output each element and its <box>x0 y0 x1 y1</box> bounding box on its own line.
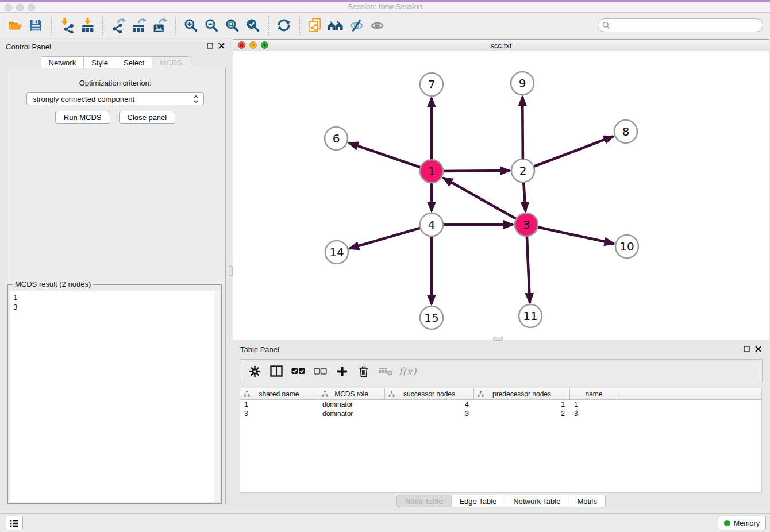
delete-column-icon[interactable] <box>355 362 373 380</box>
control-panel: Control Panel NetworkStyleSelectMCDS Opt… <box>0 39 230 508</box>
graph-node-1[interactable]: 1 <box>420 160 443 183</box>
graph-edge-2-8[interactable] <box>523 136 614 171</box>
network-canvas[interactable]: 7968124314101511 <box>233 51 769 340</box>
svg-text:10: 10 <box>619 240 634 253</box>
tab-motifs[interactable]: Motifs <box>568 495 605 507</box>
graph-node-11[interactable]: 11 <box>519 304 542 327</box>
mcds-result-item[interactable]: 3 <box>10 302 220 312</box>
select-all-icon[interactable] <box>289 362 307 380</box>
hide-selected-icon[interactable] <box>346 15 367 36</box>
table-settings-icon[interactable] <box>245 362 264 380</box>
column-header-successor-nodes[interactable]: successor nodes <box>385 388 474 399</box>
splitter-grip-horizontal[interactable] <box>493 337 503 341</box>
graph-node-4[interactable]: 4 <box>420 213 443 236</box>
network-window-titlebar[interactable]: scc.txt <box>233 40 769 51</box>
graph-edge-4-14[interactable] <box>349 225 432 249</box>
table-cell[interactable]: 1 <box>474 400 570 409</box>
node-table: shared nameMCDS rolesuccessor nodesprede… <box>240 388 762 493</box>
apply-layout-icon[interactable] <box>274 15 294 36</box>
table-cell[interactable]: 3 <box>570 409 618 418</box>
close-panel-button[interactable]: Close panel <box>119 111 176 124</box>
column-header-name[interactable]: name <box>570 388 618 399</box>
graph-node-10[interactable]: 10 <box>615 235 638 258</box>
graph-edge-3-10[interactable] <box>526 225 614 244</box>
tab-network[interactable]: Network <box>41 57 83 68</box>
tab-network-table[interactable]: Network Table <box>505 495 568 507</box>
tab-mcds[interactable]: MCDS <box>152 57 189 68</box>
clone-network-icon[interactable] <box>305 15 325 36</box>
mcds-result-group: MCDS result (2 nodes) 13 <box>7 284 222 504</box>
toolbar-separator <box>102 16 103 35</box>
criterion-value: strongly connected component <box>33 95 134 103</box>
scrollbar-track[interactable] <box>214 291 220 502</box>
save-session-icon[interactable] <box>25 15 46 36</box>
search-input[interactable] <box>598 18 763 32</box>
table-panel-title: Table Panel <box>240 345 279 354</box>
deselect-all-icon[interactable] <box>311 362 329 380</box>
import-network-icon[interactable] <box>56 15 77 36</box>
table-row[interactable]: 1dominator411 <box>240 400 761 409</box>
zoom-in-icon[interactable] <box>180 15 201 36</box>
export-image-icon[interactable] <box>149 15 170 36</box>
window-title: Session: New Session <box>0 2 770 11</box>
table-cell[interactable]: 3 <box>385 409 474 418</box>
show-columns-icon[interactable] <box>267 362 286 380</box>
graph-node-3[interactable]: 3 <box>515 213 538 236</box>
control-panel-title: Control Panel <box>6 43 51 51</box>
table-cell[interactable]: 1 <box>240 400 318 409</box>
export-network-icon[interactable] <box>108 15 129 36</box>
toolbar-separator <box>299 16 300 35</box>
tab-node-table[interactable]: Node Table <box>397 495 451 507</box>
mcds-result-list[interactable]: 13 <box>10 291 220 502</box>
criterion-select[interactable]: strongly connected component <box>26 92 204 105</box>
workspace: Control Panel NetworkStyleSelectMCDS Opt… <box>0 38 770 513</box>
column-header-shared-name[interactable]: shared name <box>240 388 318 399</box>
graph-edge-3-1[interactable] <box>443 178 526 225</box>
status-bar: Memory <box>0 513 770 532</box>
splitter-grip-vertical[interactable] <box>229 266 233 276</box>
close-panel-icon[interactable] <box>218 43 225 49</box>
table-cell[interactable]: dominator <box>318 409 385 418</box>
table-type-tabs: Node TableEdge TableNetwork TableMotifs <box>396 495 606 507</box>
table-cell[interactable]: 4 <box>385 400 474 409</box>
import-table-icon[interactable] <box>77 15 98 36</box>
float-table-panel-icon[interactable] <box>744 346 750 352</box>
open-session-icon[interactable] <box>5 15 25 36</box>
graph-node-7[interactable]: 7 <box>420 73 443 96</box>
svg-text:2: 2 <box>519 164 527 178</box>
add-column-icon[interactable] <box>333 362 351 380</box>
table-cell[interactable]: 2 <box>474 409 570 418</box>
svg-text:15: 15 <box>424 311 438 325</box>
graph-node-14[interactable]: 14 <box>325 241 348 264</box>
close-table-panel-icon[interactable] <box>755 346 761 352</box>
zoom-selected-icon[interactable] <box>242 15 263 36</box>
tab-select[interactable]: Select <box>116 57 152 68</box>
mcds-result-item[interactable]: 1 <box>10 291 220 302</box>
graph-node-6[interactable]: 6 <box>325 127 348 150</box>
export-table-icon[interactable] <box>129 15 149 36</box>
zoom-fit-icon[interactable] <box>222 15 242 36</box>
task-history-button[interactable] <box>6 516 23 530</box>
table-cell[interactable]: dominator <box>318 400 385 409</box>
graph-node-9[interactable]: 9 <box>511 72 534 95</box>
column-header-mcds-role[interactable]: MCDS role <box>318 388 385 399</box>
graph-node-2[interactable]: 2 <box>511 159 534 182</box>
graph-node-15[interactable]: 15 <box>420 306 443 329</box>
column-header-predecessor-nodes[interactable]: predecessor nodes <box>474 388 570 399</box>
show-neighbors-icon[interactable] <box>325 15 346 36</box>
table-cell[interactable]: 1 <box>570 400 618 409</box>
svg-text:9: 9 <box>519 76 526 90</box>
table-row[interactable]: 3dominator323 <box>240 409 761 418</box>
svg-text:14: 14 <box>329 245 344 259</box>
memory-button[interactable]: Memory <box>718 516 766 530</box>
zoom-out-icon[interactable] <box>201 15 222 36</box>
graph-node-8[interactable]: 8 <box>614 120 637 143</box>
table-cell[interactable]: 3 <box>240 409 318 418</box>
run-mcds-button[interactable]: Run MCDS <box>55 111 110 124</box>
float-panel-icon[interactable] <box>207 43 213 49</box>
svg-text:3: 3 <box>523 218 530 232</box>
tab-edge-table[interactable]: Edge Table <box>451 495 505 507</box>
tab-style[interactable]: Style <box>83 57 116 68</box>
graph-edge-1-6[interactable] <box>349 143 432 172</box>
function-builder-label: f(x) <box>399 365 417 377</box>
